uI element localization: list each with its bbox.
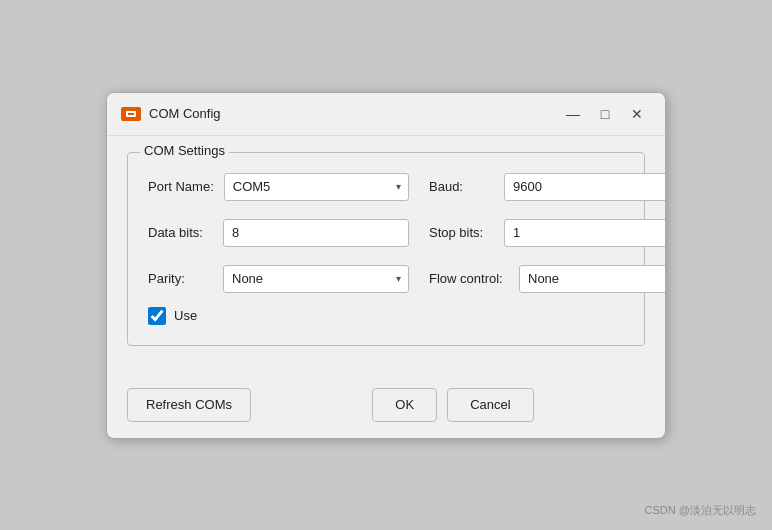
content: COM Settings Port Name: COM5 COM1 COM2 C… — [107, 136, 665, 382]
parity-select-wrapper: None Even Odd Mark Space ▾ — [223, 265, 409, 293]
port-name-label: Port Name: — [148, 179, 214, 194]
maximize-button[interactable]: □ — [591, 103, 619, 125]
stop-bits-row: Stop bits: — [429, 219, 666, 247]
ok-button[interactable]: OK — [372, 388, 437, 422]
flow-control-select[interactable]: None Hardware Software — [519, 265, 666, 293]
parity-label: Parity: — [148, 271, 213, 286]
flow-control-row: Flow control: None Hardware Software ▾ — [429, 265, 666, 293]
app-icon-inner — [126, 111, 136, 117]
flow-control-select-wrapper: None Hardware Software ▾ — [519, 265, 666, 293]
title-bar-controls: — □ ✕ — [559, 103, 651, 125]
window-title: COM Config — [149, 106, 221, 121]
cancel-button[interactable]: Cancel — [447, 388, 533, 422]
baud-row: Baud: — [429, 173, 666, 201]
data-bits-input[interactable] — [223, 219, 409, 247]
stop-bits-label: Stop bits: — [429, 225, 494, 240]
use-label: Use — [174, 308, 197, 323]
port-name-select[interactable]: COM5 COM1 COM2 COM3 COM4 COM6 — [224, 173, 409, 201]
window: COM Config — □ ✕ COM Settings Port Name:… — [106, 92, 666, 439]
stop-bits-input[interactable] — [504, 219, 666, 247]
data-bits-row: Data bits: — [148, 219, 409, 247]
watermark: CSDN @淡泊无以明志 — [645, 503, 756, 518]
parity-row: Parity: None Even Odd Mark Space ▾ — [148, 265, 409, 293]
port-name-row: Port Name: COM5 COM1 COM2 COM3 COM4 COM6… — [148, 173, 409, 201]
title-bar-left: COM Config — [121, 106, 221, 121]
refresh-coms-button[interactable]: Refresh COMs — [127, 388, 251, 422]
use-checkbox[interactable] — [148, 307, 166, 325]
port-name-select-wrapper: COM5 COM1 COM2 COM3 COM4 COM6 ▾ — [224, 173, 409, 201]
group-label: COM Settings — [140, 143, 229, 158]
baud-label: Baud: — [429, 179, 494, 194]
use-row: Use — [148, 307, 624, 325]
close-button[interactable]: ✕ — [623, 103, 651, 125]
baud-input[interactable] — [504, 173, 666, 201]
minimize-button[interactable]: — — [559, 103, 587, 125]
title-bar: COM Config — □ ✕ — [107, 93, 665, 136]
flow-control-label: Flow control: — [429, 271, 509, 286]
data-bits-label: Data bits: — [148, 225, 213, 240]
footer-center: OK Cancel — [261, 388, 645, 422]
com-settings-group: COM Settings Port Name: COM5 COM1 COM2 C… — [127, 152, 645, 346]
parity-select[interactable]: None Even Odd Mark Space — [223, 265, 409, 293]
footer: Refresh COMs OK Cancel — [107, 382, 665, 438]
form-grid: Port Name: COM5 COM1 COM2 COM3 COM4 COM6… — [148, 173, 624, 293]
app-icon — [121, 107, 141, 121]
